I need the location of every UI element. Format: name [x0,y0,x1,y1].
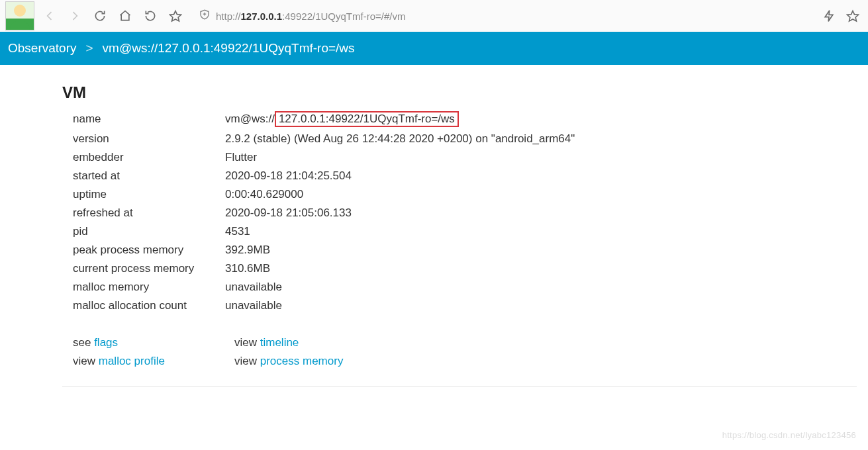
vm-links-table: see flags view timeline view malloc prof… [73,334,396,371]
breadcrumb: Observatory > vm@ws://127.0.0.1:49922/1U… [0,32,868,65]
view-label: view [73,355,99,367]
svg-marker-3 [847,11,859,21]
property-value: 392.9MB [225,241,587,259]
table-row: embedderFlutter [73,148,587,167]
property-key: current process memory [73,259,225,278]
property-key: malloc allocation count [73,296,225,315]
property-key: malloc memory [73,278,225,296]
table-row: malloc memoryunavailable [73,278,587,296]
table-row: view malloc profile view process memory [73,352,396,371]
bookmark-star-button[interactable] [166,6,185,26]
property-key: pid [73,222,225,241]
table-row: malloc allocation countunavailable [73,296,587,315]
breadcrumb-separator: > [85,41,93,56]
page-title: VM [62,83,868,102]
property-value: 2.9.2 (stable) (Wed Aug 26 12:44:28 2020… [225,130,587,148]
home-button[interactable] [115,6,135,26]
address-bar[interactable]: http://127.0.0.1:49922/1UQyqTmf-ro=/#/vm [191,5,814,27]
property-value: Flutter [225,148,587,167]
property-key: refreshed at [73,204,225,222]
property-value: vm@ws://127.0.0.1:49922/1UQyqTmf-ro=/ws [225,109,587,130]
star-outline-icon[interactable] [843,6,863,26]
highlighted-value: 127.0.0.1:49922/1UQyqTmf-ro=/ws [275,111,459,127]
property-key: peak process memory [73,241,225,259]
breadcrumb-current: vm@ws://127.0.0.1:49922/1UQyqTmf-ro=/ws [103,41,355,56]
table-row: pid4531 [73,222,587,241]
property-key: name [73,109,225,130]
property-value: 2020-09-18 21:04:25.504 [225,167,587,185]
process-memory-link[interactable]: process memory [260,355,344,367]
table-row: refreshed at2020-09-18 21:05:06.133 [73,204,587,222]
property-key: version [73,130,225,148]
see-label: see [73,336,94,349]
property-value: 310.6MB [225,259,587,278]
url-text: http://127.0.0.1:49922/1UQyqTmf-ro=/#/vm [216,11,405,22]
reload-button[interactable] [90,6,110,26]
property-key: started at [73,167,225,185]
table-row: started at2020-09-18 21:04:25.504 [73,167,587,185]
flags-link[interactable]: flags [94,336,118,349]
back-button[interactable] [40,6,60,26]
property-value: unavailable [225,296,587,315]
table-row: see flags view timeline [73,334,396,352]
view-label: view [234,336,260,349]
view-label: view [234,355,260,367]
property-value: 2020-09-18 21:05:06.133 [225,204,587,222]
malloc-profile-link[interactable]: malloc profile [99,355,165,367]
table-row: version2.9.2 (stable) (Wed Aug 26 12:44:… [73,130,587,148]
table-row: current process memory310.6MB [73,259,587,278]
lightning-icon[interactable] [819,6,839,26]
shield-icon [199,9,211,23]
table-row: peak process memory392.9MB [73,241,587,259]
forward-button[interactable] [65,6,85,26]
page-content: VM namevm@ws://127.0.0.1:49922/1UQyqTmf-… [0,65,868,407]
property-key: embedder [73,148,225,167]
timeline-link[interactable]: timeline [260,336,299,349]
avatar[interactable] [5,1,34,30]
svg-marker-0 [170,11,181,21]
browser-toolbar: http://127.0.0.1:49922/1UQyqTmf-ro=/#/vm [0,0,868,32]
property-value: 0:00:40.629000 [225,185,587,204]
property-value: unavailable [225,278,587,296]
vm-properties-table: namevm@ws://127.0.0.1:49922/1UQyqTmf-ro=… [73,109,587,315]
undo-button[interactable] [140,6,160,26]
table-row: uptime0:00:40.629000 [73,185,587,204]
table-row: namevm@ws://127.0.0.1:49922/1UQyqTmf-ro=… [73,109,587,130]
breadcrumb-root[interactable]: Observatory [8,41,76,56]
property-value: 4531 [225,222,587,241]
divider [62,386,857,387]
property-key: uptime [73,185,225,204]
